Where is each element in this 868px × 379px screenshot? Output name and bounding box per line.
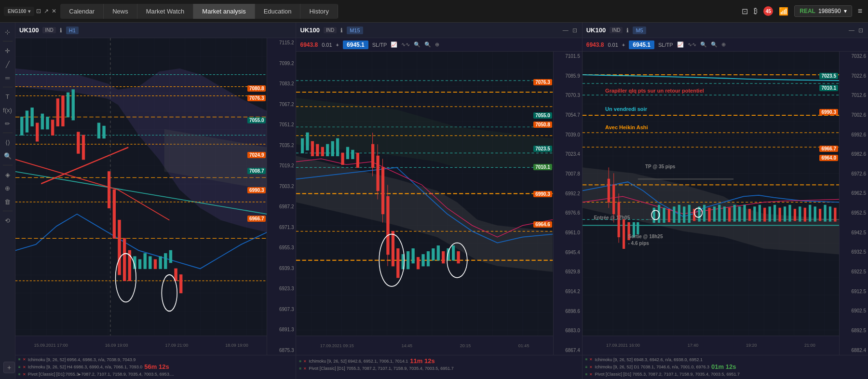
nav-education[interactable]: Education [255, 4, 301, 19]
indicators-icon-2[interactable]: ∿∿ [401, 41, 410, 48]
maximize-icon[interactable]: ⊡ [571, 26, 578, 35]
price-tick: 6883.0 [556, 328, 580, 333]
price-tick: 6939.3 [269, 266, 294, 271]
chart-timeframe-3[interactable]: M5 [633, 27, 646, 34]
price-tick: 7012.6 [841, 93, 866, 98]
order-bar-3: 6943.8 0.01 + 6945.1 SL/TP 📈 ∿∿ 🔍 🔍 ⊕ [583, 38, 868, 52]
buy-price-2[interactable]: 6945.1 [343, 41, 368, 49]
chart-timeframe-2[interactable]: M15 [347, 27, 363, 34]
minimize-icon[interactable]: — [562, 26, 570, 35]
chart-info-icon-1[interactable]: ℹ [60, 27, 62, 34]
chart-type-icon-2[interactable]: 📈 [391, 41, 397, 48]
monitor-icon[interactable]: ⊡ [742, 7, 748, 16]
svg-rect-86 [407, 252, 409, 269]
price-tick: 6902.5 [841, 308, 866, 313]
legend-icon: ≡ [18, 365, 21, 370]
chart-timeframe-1[interactable]: H1 [66, 27, 79, 34]
legend-close[interactable]: ✕ [589, 357, 593, 362]
indicators-icon-3[interactable]: ∿∿ [688, 41, 696, 48]
cursor-tool[interactable]: ⊹ [2, 27, 14, 37]
nav-market-analysis[interactable]: Market analysis [193, 4, 255, 19]
add-chart-button[interactable]: + [3, 362, 15, 373]
price-tick: 6932.5 [841, 249, 866, 255]
plus-icon-2: + [336, 42, 339, 48]
notification-badge[interactable]: 45 [763, 6, 773, 16]
deposit-icon[interactable]: ₿ [754, 7, 758, 15]
legend-close[interactable]: ✕ [589, 365, 593, 370]
measure-tool[interactable]: ⟨⟩ [2, 137, 14, 148]
legend-close[interactable]: ✕ [589, 372, 593, 377]
pattern-tool[interactable]: ◈ [2, 169, 14, 180]
crosshair-icon-2[interactable]: ⊕ [435, 41, 439, 48]
chart-window-icon[interactable]: ⊡ [36, 8, 41, 14]
toolbar-separator-2 [3, 87, 13, 87]
crosshair-icon-3[interactable]: ⊕ [721, 41, 726, 48]
main-navigation: Calendar News Market Watch Market analys… [60, 4, 338, 19]
nav-market-watch[interactable]: Market Watch [137, 4, 194, 19]
zoom-tool[interactable]: 🔍 [2, 150, 14, 161]
maximize-icon-3[interactable]: ⊡ [857, 26, 864, 35]
chart-info-icon-3[interactable]: ℹ [626, 27, 629, 34]
price-label-6964-2: 6964.6 [533, 221, 552, 228]
external-link-icon[interactable]: ↗ [44, 8, 49, 14]
price-tick: 6891.3 [269, 327, 294, 332]
svg-rect-30 [82, 135, 84, 159]
price-tick: 6982.6 [841, 151, 866, 157]
sltp-label-3[interactable]: SL/TP [658, 42, 673, 48]
chart-svg-2 [296, 52, 553, 336]
svg-rect-28 [62, 96, 64, 126]
toolbar-separator-1 [3, 41, 13, 41]
crosshair-tool[interactable]: ✛ [2, 45, 14, 56]
price-label-6966: 6966.7 [247, 216, 266, 222]
close-icon[interactable]: ✕ [52, 8, 56, 14]
charts-container: ⊹ ✛ ╱ ═ T f(x) ✏ ⟨⟩ 🔍 ◈ ⊕ 🗑 ⟲ + UK100 IN… [0, 23, 868, 379]
nav-news[interactable]: News [104, 4, 137, 19]
time-label: 18.09 19:00 [225, 343, 248, 348]
zoom-out-icon-2[interactable]: 🔍 [414, 41, 420, 48]
chart-controls-3: — ⊡ [848, 26, 864, 35]
buy-price-3[interactable]: 6945.1 [629, 41, 654, 49]
brush-tool[interactable]: ✏ [2, 118, 14, 129]
legend-close[interactable]: ✕ [23, 357, 26, 362]
svg-rect-159 [834, 208, 836, 221]
legend-close[interactable]: ✕ [23, 372, 26, 377]
spread-3: 0.01 [608, 42, 618, 48]
time-axis-1: 15.09.2021 17:00 16.09 19:00 17.09 21:00… [15, 336, 267, 355]
ticker-display[interactable]: ENG100 ▾ [4, 7, 34, 16]
hamburger-menu-icon[interactable]: ≡ [858, 7, 862, 15]
horizontal-line-tool[interactable]: ═ [2, 72, 14, 83]
price-label-6990: 6990.3 [247, 187, 266, 193]
svg-rect-117 [628, 222, 630, 240]
trash-tool[interactable]: 🗑 [2, 196, 14, 207]
svg-rect-94 [417, 257, 420, 269]
layers-icon[interactable]: ⊕ [2, 183, 14, 193]
share-tool[interactable]: ⟲ [2, 215, 14, 226]
svg-rect-71 [316, 144, 319, 156]
account-info-display[interactable]: REAL 1988590 ▾ [794, 5, 852, 17]
minimize-icon-3[interactable]: — [848, 26, 855, 35]
zoom-out-icon-3[interactable]: 🔍 [700, 41, 707, 48]
sltp-label-2[interactable]: SL/TP [372, 42, 387, 48]
chart-badge-3: IND [610, 27, 623, 33]
legend-row: ≡ ✕ Ichimoku [9, 26, 52] H4 6986.3, 6990… [18, 363, 293, 371]
zoom-in-icon-3[interactable]: 🔍 [711, 41, 718, 48]
nav-calendar[interactable]: Calendar [60, 4, 104, 19]
trend-line-tool[interactable]: ╱ [2, 59, 14, 69]
account-dropdown-arrow[interactable]: ▾ [844, 8, 847, 14]
chart-info-icon-2[interactable]: ℹ [340, 27, 343, 34]
chart-symbol-3: UK100 [586, 27, 606, 34]
chart-type-icon-3[interactable]: 📈 [677, 41, 684, 48]
svg-rect-133 [719, 205, 720, 221]
svg-rect-138 [754, 207, 756, 221]
svg-rect-21 [67, 93, 69, 117]
zoom-in-icon-2[interactable]: 🔍 [424, 41, 431, 48]
svg-rect-146 [814, 207, 816, 221]
legend-close[interactable]: ✕ [23, 365, 26, 370]
fib-tool[interactable]: f(x) [2, 105, 14, 115]
legend-close[interactable]: ✕ [303, 366, 307, 371]
text-tool[interactable]: T [2, 91, 14, 102]
nav-history[interactable]: History [300, 4, 338, 19]
svg-rect-45 [180, 275, 182, 293]
legend-close[interactable]: ✕ [303, 359, 307, 364]
price-tick: 6952.5 [841, 210, 866, 216]
